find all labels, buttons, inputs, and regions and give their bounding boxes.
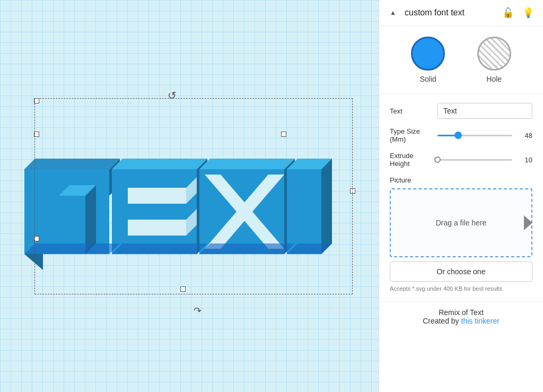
- svg-rect-13: [128, 220, 186, 236]
- extrude-value: 10: [516, 156, 532, 164]
- svg-marker-16: [199, 159, 295, 169]
- text-field-label: Text: [390, 107, 432, 115]
- handle-tl[interactable]: [34, 132, 39, 137]
- type-size-thumb[interactable]: [454, 132, 462, 139]
- svg-marker-2: [24, 159, 120, 169]
- extrude-slider[interactable]: [437, 159, 512, 161]
- picture-section: Picture Drag a file here Or choose one A…: [379, 176, 543, 301]
- type-size-value: 48: [516, 132, 532, 140]
- lock-icon[interactable]: 🔓: [501, 5, 515, 20]
- collapse-button[interactable]: ▲: [387, 6, 399, 19]
- type-size-label: Type Size (Mm): [390, 127, 432, 143]
- handle-bl[interactable]: [34, 236, 39, 241]
- svg-marker-22: [321, 159, 332, 254]
- panel-footer: Remix of Text Created by this tinkerer: [379, 301, 543, 332]
- hole-shape-option[interactable]: Hole: [477, 37, 511, 83]
- svg-rect-8: [112, 169, 197, 254]
- hole-label: Hole: [486, 75, 502, 83]
- extrude-row: Extrude Height 10: [390, 152, 532, 168]
- handle-ml[interactable]: [34, 98, 39, 103]
- handle-bm[interactable]: [180, 286, 186, 292]
- tinkerer-link[interactable]: this tinkerer: [461, 317, 500, 325]
- created-prefix: Created by: [423, 317, 461, 325]
- text-input[interactable]: [437, 103, 532, 119]
- extrude-thumb[interactable]: [434, 156, 441, 163]
- properties-panel: ▲ custom font text 🔓 💡 Solid Hole Text T…: [379, 0, 543, 392]
- text-field-control: [437, 103, 532, 119]
- bulb-icon[interactable]: 💡: [521, 5, 536, 20]
- text-field-row: Text: [390, 103, 532, 119]
- drop-zone[interactable]: Drag a file here: [390, 188, 532, 257]
- svg-marker-24: [112, 243, 207, 254]
- solid-shape-option[interactable]: Solid: [411, 37, 445, 83]
- handle-mr[interactable]: [350, 188, 355, 194]
- rotation-handle-bottom[interactable]: ↷: [194, 305, 202, 317]
- rotation-handle[interactable]: ↺: [168, 89, 177, 102]
- shape-type-selector: Solid Hole: [379, 26, 543, 94]
- form-fields: Text Type Size (Mm) 48 Extrude Height: [379, 94, 543, 176]
- type-size-control: 48: [437, 132, 532, 140]
- panel-title: custom font text: [405, 8, 495, 18]
- svg-rect-20: [287, 169, 321, 254]
- svg-marker-25: [199, 243, 295, 254]
- svg-rect-11: [128, 188, 186, 204]
- handle-tr[interactable]: [281, 132, 286, 137]
- drop-zone-text: Drag a file here: [436, 219, 487, 227]
- extrude-label: Extrude Height: [390, 152, 432, 168]
- picture-label: Picture: [390, 176, 432, 184]
- created-text: Created by this tinkerer: [390, 317, 532, 325]
- choose-file-button[interactable]: Or choose one: [390, 262, 532, 282]
- canvas-area[interactable]: ↺ ↷: [0, 0, 379, 392]
- type-size-row: Type Size (Mm) 48: [390, 127, 532, 143]
- extrude-control: 10: [437, 156, 532, 164]
- type-size-slider[interactable]: [437, 135, 512, 136]
- panel-header: ▲ custom font text 🔓 💡: [379, 0, 543, 26]
- remix-text: Remix of Text: [390, 308, 532, 317]
- solid-label: Solid: [420, 75, 436, 83]
- solid-shape-circle: [411, 37, 445, 71]
- 3d-text-display: [8, 106, 337, 307]
- picture-label-row: Picture: [390, 176, 532, 184]
- svg-marker-23: [24, 243, 120, 254]
- hole-shape-circle: [477, 37, 511, 71]
- file-hint: Accepts *.svg under 400 KB for best resu…: [390, 285, 532, 293]
- svg-marker-9: [112, 159, 207, 169]
